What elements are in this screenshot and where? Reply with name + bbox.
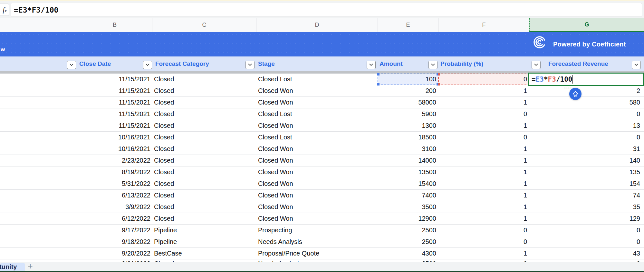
drag-handle[interactable] bbox=[377, 83, 380, 86]
cell-C4[interactable]: Closed bbox=[154, 85, 255, 97]
cell-G16[interactable]: 0 bbox=[531, 225, 640, 236]
cell-E8[interactable]: 18500 bbox=[379, 132, 436, 143]
cell-E17[interactable]: 2500 bbox=[379, 236, 436, 248]
filter-dropdown-button[interactable] bbox=[428, 61, 437, 69]
cell-F16[interactable]: 0 bbox=[439, 225, 527, 236]
cell-C7[interactable]: Closed bbox=[154, 120, 255, 132]
filter-dropdown-button[interactable] bbox=[67, 61, 76, 69]
cell-D19[interactable]: Needs Analysis bbox=[258, 259, 375, 262]
cell-G6[interactable]: 0 bbox=[531, 108, 640, 120]
cell-F14[interactable]: 1 bbox=[439, 201, 527, 213]
cell-F8[interactable]: 0 bbox=[439, 132, 527, 143]
cell-C11[interactable]: Closed bbox=[154, 166, 255, 178]
cell-F11[interactable]: 1 bbox=[439, 166, 527, 178]
cell-D10[interactable]: Closed Won bbox=[258, 155, 375, 166]
cell-G15[interactable]: 129 bbox=[531, 213, 640, 225]
column-header-A[interactable] bbox=[0, 18, 77, 32]
cell-E18[interactable]: 4300 bbox=[379, 248, 436, 259]
drag-handle[interactable] bbox=[377, 73, 380, 76]
drag-handle[interactable] bbox=[438, 73, 440, 76]
cell-B13[interactable]: 6/13/2022 bbox=[78, 190, 150, 201]
cell-C15[interactable]: Closed bbox=[154, 213, 255, 225]
cell-F5[interactable]: 1 bbox=[439, 97, 527, 108]
cell-D18[interactable]: Proposal/Price Quote bbox=[258, 248, 375, 259]
cell-G12[interactable]: 154 bbox=[531, 178, 640, 190]
cell-E14[interactable]: 3500 bbox=[379, 201, 436, 213]
filter-dropdown-button[interactable] bbox=[367, 61, 376, 69]
cell-C14[interactable]: Closed bbox=[154, 201, 255, 213]
cell-D13[interactable]: Closed Won bbox=[258, 190, 375, 201]
cell-D5[interactable]: Closed Won bbox=[258, 97, 375, 108]
cell-E11[interactable]: 13500 bbox=[379, 166, 436, 178]
cell-C19[interactable]: Closed bbox=[154, 259, 255, 262]
cell-B15[interactable]: 6/12/2022 bbox=[78, 213, 150, 225]
cell-D8[interactable]: Closed Lost bbox=[258, 132, 375, 143]
cell-G13[interactable]: 74 bbox=[531, 190, 640, 201]
cell-F4[interactable]: 1 bbox=[439, 85, 527, 97]
cell-C17[interactable]: Pipeline bbox=[154, 236, 255, 248]
cell-F15[interactable]: 1 bbox=[439, 213, 527, 225]
cell-E10[interactable]: 14000 bbox=[379, 155, 436, 166]
cell-B10[interactable]: 2/23/2022 bbox=[78, 155, 150, 166]
cell-B12[interactable]: 5/31/2022 bbox=[78, 178, 150, 190]
cell-D11[interactable]: Closed Won bbox=[258, 166, 375, 178]
add-sheet-button[interactable]: + bbox=[28, 261, 33, 271]
column-header-C[interactable]: C bbox=[152, 18, 256, 32]
cell-G7[interactable]: 13 bbox=[531, 120, 640, 132]
cell-C9[interactable]: Closed bbox=[154, 143, 255, 155]
filter-dropdown-button[interactable] bbox=[143, 61, 152, 69]
cell-G5[interactable]: 580 bbox=[531, 97, 640, 108]
cell-F18[interactable]: 1 bbox=[439, 248, 527, 259]
cell-G18[interactable]: 43 bbox=[531, 248, 640, 259]
cell-B9[interactable]: 10/16/2021 bbox=[78, 143, 150, 155]
cell-D9[interactable]: Closed Won bbox=[258, 143, 375, 155]
filter-dropdown-button[interactable] bbox=[245, 61, 255, 69]
cell-C3[interactable]: Closed bbox=[154, 74, 255, 85]
cell-G4[interactable]: 2 bbox=[531, 85, 640, 97]
column-header-F[interactable]: F bbox=[438, 18, 529, 32]
cell-E12[interactable]: 15400 bbox=[379, 178, 436, 190]
formula-input[interactable]: =E3*F3/100 bbox=[11, 3, 642, 17]
cell-G19[interactable]: 0 bbox=[531, 259, 640, 262]
cell-D14[interactable]: Closed Won bbox=[258, 201, 375, 213]
cell-D4[interactable]: Closed Won bbox=[258, 85, 375, 97]
column-header-D[interactable]: D bbox=[256, 18, 378, 32]
cell-D15[interactable]: Closed Won bbox=[258, 213, 375, 225]
cell-E9[interactable]: 3100 bbox=[379, 143, 436, 155]
cell-C16[interactable]: Pipeline bbox=[154, 225, 255, 236]
cell-F13[interactable]: 1 bbox=[439, 190, 527, 201]
column-header-E[interactable]: E bbox=[378, 18, 438, 32]
cell-D6[interactable]: Closed Lost bbox=[258, 108, 375, 120]
cell-B3[interactable]: 11/15/2021 bbox=[78, 74, 150, 85]
cell-E13[interactable]: 7400 bbox=[379, 190, 436, 201]
cell-C8[interactable]: Closed bbox=[154, 132, 255, 143]
cell-D12[interactable]: Closed Won bbox=[258, 178, 375, 190]
cell-D3[interactable]: Closed Lost bbox=[258, 74, 375, 85]
cell-C12[interactable]: Closed bbox=[154, 178, 255, 190]
cell-B5[interactable]: 11/15/2021 bbox=[78, 97, 150, 108]
cell-B6[interactable]: 11/15/2021 bbox=[78, 108, 150, 120]
cell-C10[interactable]: Closed bbox=[154, 155, 255, 166]
cell-G14[interactable]: 35 bbox=[531, 201, 640, 213]
cell-C13[interactable]: Closed bbox=[154, 190, 255, 201]
cell-F12[interactable]: 1 bbox=[439, 178, 527, 190]
cell-B19[interactable]: 9/21/2022 bbox=[78, 259, 150, 262]
drag-handle[interactable] bbox=[438, 83, 440, 86]
cell-F7[interactable]: 1 bbox=[439, 120, 527, 132]
cell-B4[interactable]: 11/15/2021 bbox=[78, 85, 150, 97]
column-header-B[interactable]: B bbox=[77, 18, 152, 32]
cell-C5[interactable]: Closed bbox=[154, 97, 255, 108]
cell-D17[interactable]: Needs Analysis bbox=[258, 236, 375, 248]
cell-B16[interactable]: 9/17/2022 bbox=[78, 225, 150, 236]
cell-E19[interactable]: 2500 bbox=[379, 259, 436, 262]
cell-E4[interactable]: 200 bbox=[379, 85, 436, 97]
powered-by-coefficient-label[interactable]: Powered by Coefficient bbox=[553, 32, 626, 56]
cell-G8[interactable]: 0 bbox=[531, 132, 640, 143]
cell-D16[interactable]: Prospecting bbox=[258, 225, 375, 236]
cell-G9[interactable]: 31 bbox=[531, 143, 640, 155]
filter-dropdown-button[interactable] bbox=[632, 61, 641, 69]
column-header-G[interactable]: G bbox=[529, 18, 644, 32]
cell-B18[interactable]: 9/20/2022 bbox=[78, 248, 150, 259]
cell-B11[interactable]: 8/19/2022 bbox=[78, 166, 150, 178]
cell-D7[interactable]: Closed Won bbox=[258, 120, 375, 132]
